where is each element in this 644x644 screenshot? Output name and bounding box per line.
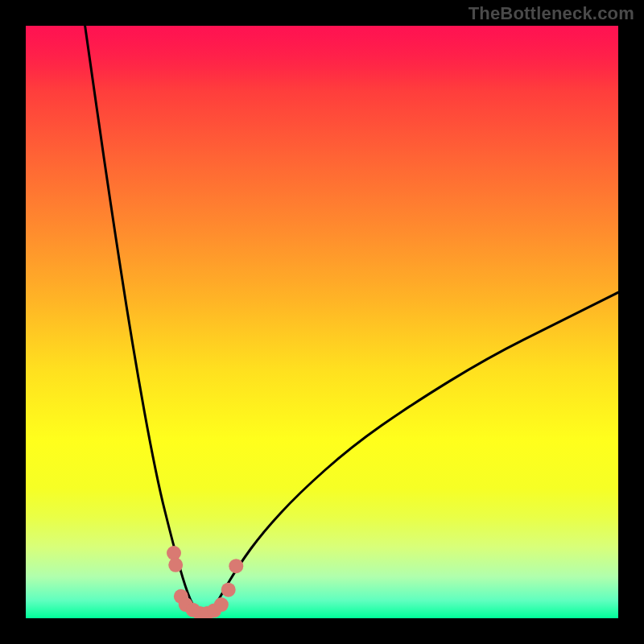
plot-area [26,26,618,618]
trough-dots-group [167,546,243,618]
trough-dot [229,559,243,573]
curve-svg [26,26,618,618]
trough-dot [214,597,229,612]
bottleneck-curve-path [85,26,618,614]
trough-dot [221,583,236,597]
chart-frame: TheBottleneck.com [0,0,644,644]
watermark-text: TheBottleneck.com [469,3,634,24]
trough-dot [168,558,183,572]
